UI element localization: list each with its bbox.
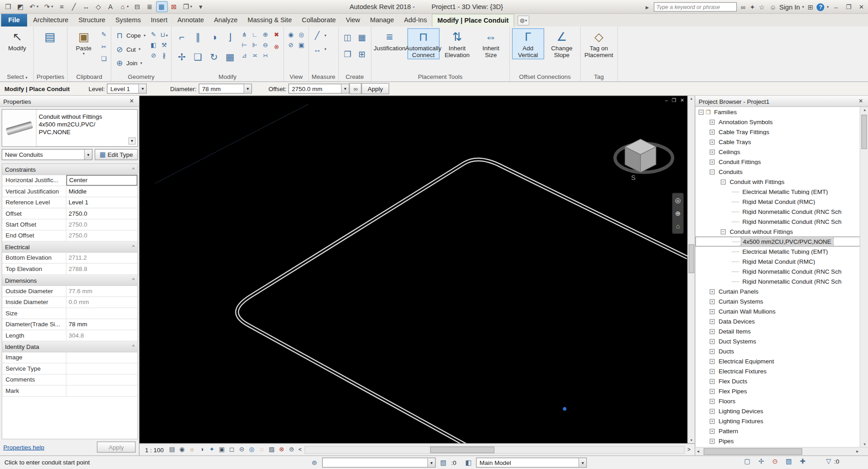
scroll-down-icon[interactable]: ▾ <box>688 438 695 443</box>
temporary-hide-icon[interactable]: ◎ <box>247 445 257 454</box>
properties-filter-select[interactable]: New Conduits▼ <box>2 149 93 160</box>
tab-manage[interactable]: Manage <box>365 14 399 27</box>
workset-select[interactable]: ▼ <box>322 458 436 468</box>
trim-single-icon[interactable]: ⊢ <box>240 40 249 50</box>
property-value[interactable]: 2788.8 <box>67 264 137 274</box>
tree-item-flex-pipes[interactable]: +Flex Pipes <box>695 386 860 396</box>
tree-plus-icon[interactable]: + <box>710 409 715 414</box>
tree-item-rigid-metal-conduit-rmc[interactable]: Rigid Metal Conduit (RMC) <box>695 197 860 207</box>
section-collapse-icon[interactable]: ^ <box>132 244 134 250</box>
conduit-run-outline[interactable] <box>237 160 688 443</box>
window-close-icon[interactable]: ✕ <box>856 3 867 10</box>
tree-item-curtain-systems[interactable]: +Curtain Systems <box>695 296 860 306</box>
detail-level-icon[interactable]: ▤ <box>167 445 177 454</box>
rendering-dialog-icon[interactable]: ✦ <box>207 445 217 454</box>
tree-plus-icon[interactable]: + <box>710 339 715 344</box>
section-header-dimensions[interactable]: Dimensions^ <box>2 275 137 285</box>
property-value[interactable]: Center <box>67 175 137 185</box>
undo-icon-caret[interactable]: ▾ <box>37 5 38 9</box>
home-view-icon[interactable]: ⌂ <box>676 222 680 230</box>
tree-item-conduit-with-fittings[interactable]: −Conduit with Fittings <box>695 177 860 187</box>
cut-to-clipboard-icon[interactable]: ✂ <box>99 42 109 52</box>
panel-label-measure[interactable]: Measure <box>309 72 338 82</box>
tree-plus-icon[interactable]: + <box>710 369 715 374</box>
cut-geometry-button[interactable]: ⊘Cut▾ <box>114 42 147 56</box>
tree-plus-icon[interactable]: + <box>710 299 715 304</box>
tab-collaborate[interactable]: Collaborate <box>297 14 341 27</box>
property-value[interactable] <box>67 308 137 319</box>
wall-joins-icon[interactable]: ∦ <box>159 51 169 60</box>
create-similar-icon[interactable]: ⊞ <box>355 47 369 62</box>
type-selector-caret-icon[interactable]: ▼ <box>129 137 136 145</box>
tree-plus-icon[interactable]: + <box>710 389 715 394</box>
favorites-icon[interactable]: ☆ <box>757 1 767 12</box>
section-collapse-icon[interactable]: ^ <box>132 166 134 172</box>
tree-minus-icon[interactable]: − <box>699 109 704 114</box>
type-selector[interactable]: Conduit without Fittings 4x500 mm2CU,PVC… <box>2 109 138 147</box>
scroll-up-icon[interactable]: ▴ <box>688 97 695 101</box>
tree-plus-icon[interactable]: + <box>710 129 715 134</box>
tree-item-floors[interactable]: +Floors <box>695 396 860 406</box>
browser-scroll-up-icon[interactable]: ▴ <box>861 107 868 112</box>
split-element-icon[interactable]: ⋔ <box>240 30 249 39</box>
tree-item-families[interactable]: −❐Families <box>695 107 860 117</box>
offset-select[interactable]: 2750.0 mm▼ <box>288 84 349 94</box>
panel-label-properties[interactable]: Properties <box>34 72 67 82</box>
selection-box-icon[interactable]: ▣ <box>297 40 306 50</box>
app-store-cart-icon[interactable]: ⊞ <box>806 1 815 12</box>
window-minimize-icon[interactable]: ‒ <box>830 4 841 10</box>
tag-by-category-icon[interactable]: ◇ <box>92 1 104 12</box>
change-slope-button[interactable]: ∠Change Slope <box>546 28 578 59</box>
tree-minus-icon[interactable]: − <box>710 169 715 174</box>
create-parts-icon[interactable]: ◫ <box>341 30 354 45</box>
browser-scroll-down-icon[interactable]: ▾ <box>861 442 868 447</box>
crop-view-icon[interactable]: ▣ <box>217 445 227 454</box>
customize-qat-icon[interactable]: ▾ <box>195 1 206 12</box>
property-value[interactable]: 77.6 mm <box>67 286 137 296</box>
section-header-constraints[interactable]: Constraints^ <box>2 164 137 175</box>
panel-label-create[interactable]: Create <box>339 72 371 82</box>
constraints-icon[interactable]: ⊜ <box>287 445 297 454</box>
create-group-icon[interactable]: ❐ <box>341 47 354 62</box>
copy-icon[interactable]: ❏ <box>190 48 206 68</box>
property-value[interactable] <box>67 353 137 363</box>
tree-item-rigid-metal-conduit-rmc[interactable]: Rigid Metal Conduit (RMC) <box>695 256 860 266</box>
select-underlay-icon[interactable]: ▨ <box>784 458 793 465</box>
tree-plus-icon[interactable]: + <box>710 149 715 154</box>
array-icon[interactable]: ▦ <box>222 48 238 68</box>
tab-add-ins[interactable]: Add-Ins <box>399 14 432 27</box>
tab-structure[interactable]: Structure <box>73 14 110 27</box>
tree-item-curtain-panels[interactable]: +Curtain Panels <box>695 286 860 296</box>
property-value[interactable]: 2711.2 <box>67 253 137 263</box>
browser-hscroll-thumb[interactable] <box>704 448 802 455</box>
redo-icon-caret[interactable]: ▾ <box>51 5 53 9</box>
editable-only-icon[interactable]: ▧ <box>439 459 448 466</box>
tree-item-conduits[interactable]: −Conduits <box>695 167 860 177</box>
panel-label-tag[interactable]: Tag <box>580 72 617 82</box>
help-icon[interactable]: ? <box>817 3 825 11</box>
browser-vertical-scrollbar[interactable]: ▴ ▾ <box>860 107 868 447</box>
cope-button-caret[interactable]: ▾ <box>144 33 145 38</box>
tree-item-cable-tray-fittings[interactable]: +Cable Tray Fittings <box>695 127 860 137</box>
help-caret-icon[interactable]: ▾ <box>827 5 829 9</box>
property-value[interactable]: Level 1 <box>67 197 137 208</box>
modify-tool-button[interactable]: ↖Modify <box>3 28 31 53</box>
tree-item-rigid-nonmetallic-conduit-rnc-sch[interactable]: Rigid Nonmetallic Conduit (RNC Sch <box>695 276 860 286</box>
tree-plus-icon[interactable]: + <box>710 119 715 124</box>
signin-button[interactable]: ☺ Sign In ▾ <box>768 1 804 12</box>
offset-select-caret-icon[interactable]: ▼ <box>341 84 349 93</box>
signin-caret-icon[interactable]: ▾ <box>802 5 804 9</box>
switch-windows-icon[interactable]: ❐▾ <box>180 1 194 12</box>
show-crop-icon[interactable]: ◻ <box>227 445 237 454</box>
beam-joins-icon[interactable]: ⊔▾ <box>159 30 169 39</box>
tree-plus-icon[interactable]: + <box>710 419 715 424</box>
move-icon[interactable]: ✢ <box>174 48 190 68</box>
viewport-vscroll-thumb[interactable] <box>689 244 694 273</box>
options-apply-button[interactable]: Apply <box>362 83 389 94</box>
shadows-icon[interactable]: ◑ <box>197 445 207 454</box>
properties-title-bar[interactable]: Properties ✕ <box>0 96 139 107</box>
property-value[interactable]: 78 mm <box>67 319 137 329</box>
tree-item-ceilings[interactable]: +Ceilings <box>695 147 860 157</box>
panel-label-modify[interactable]: Modify <box>172 72 283 82</box>
properties-close-icon[interactable]: ✕ <box>128 98 135 104</box>
